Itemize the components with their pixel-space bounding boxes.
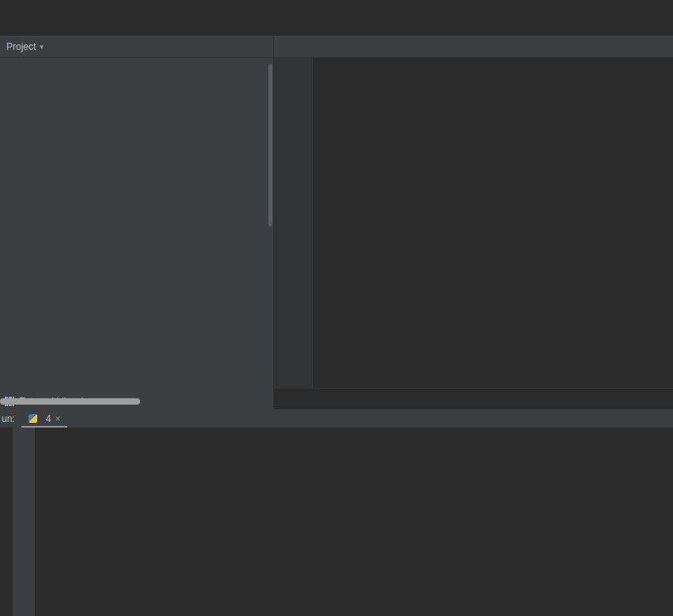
- scrollbar-thumb[interactable]: [0, 398, 140, 405]
- run-tool-window: un: 4 ×: [0, 409, 673, 616]
- horizontal-scrollbar[interactable]: [0, 398, 273, 405]
- console-toolbar: [13, 428, 35, 616]
- console-output[interactable]: [35, 428, 673, 616]
- console-area: [0, 428, 673, 616]
- project-panel-title-label: Project: [6, 41, 36, 52]
- run-toolbar-stripe: [0, 428, 13, 616]
- editor-gutter[interactable]: [274, 58, 313, 389]
- run-panel-label: un:: [0, 409, 21, 428]
- project-panel-header: Project ▾: [0, 36, 273, 58]
- project-tree: [0, 58, 273, 394]
- pycharm-window: Project ▾ External Libraries un: 4 ×: [0, 0, 673, 616]
- code-editor[interactable]: [274, 58, 673, 389]
- vertical-scrollbar[interactable]: [268, 64, 272, 226]
- python-file-icon: [29, 414, 37, 423]
- close-icon[interactable]: ×: [55, 413, 60, 424]
- chevron-down-icon: ▾: [40, 43, 44, 51]
- project-tool-window: Project ▾ External Libraries: [0, 36, 274, 409]
- editor-breadcrumb-bar: [274, 388, 673, 409]
- run-tab-label: 4: [46, 413, 51, 424]
- project-panel-title[interactable]: Project ▾: [6, 41, 44, 52]
- run-tab-bar: un: 4 ×: [0, 409, 673, 428]
- menu-bar: [0, 0, 673, 15]
- navigation-breadcrumb: [0, 15, 673, 36]
- run-tab-4[interactable]: 4 ×: [21, 409, 68, 428]
- editor-area: [274, 36, 673, 409]
- editor-tab-bar: [274, 36, 673, 58]
